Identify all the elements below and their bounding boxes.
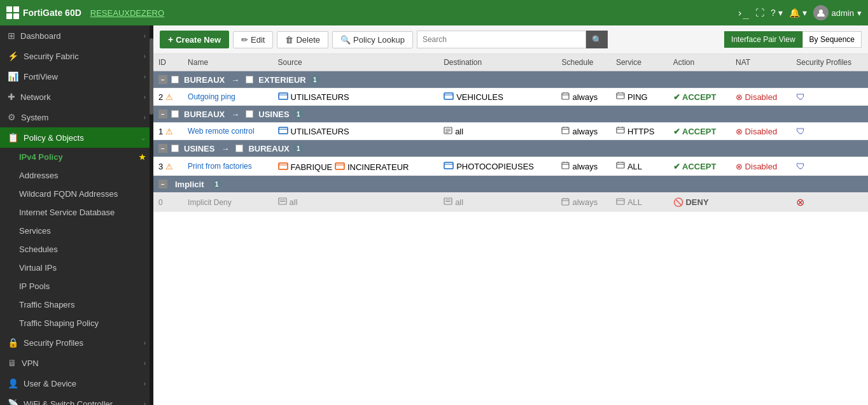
svg-rect-31	[444, 162, 453, 169]
group-row-bureaux-exterieur[interactable]: − BUREAUX → EXTERIEUR 1	[153, 71, 868, 89]
sidebar-item-label: Security Fabric	[24, 52, 79, 61]
bell-icon[interactable]: 🔔 ▾	[789, 8, 807, 18]
cell-nat-implicit	[731, 193, 791, 212]
arrow-icon: →	[221, 144, 229, 153]
search-button[interactable]: 🔍	[586, 31, 608, 48]
group-src-checkbox[interactable]	[171, 76, 179, 83]
sidebar-item-security-profiles[interactable]: 🔒 Security Profiles ›	[0, 332, 153, 353]
edit-button[interactable]: ✏ Edit	[233, 31, 273, 48]
create-new-button[interactable]: + Create New	[160, 31, 229, 48]
sidebar-item-label: System	[21, 113, 48, 122]
search-input[interactable]	[417, 31, 586, 48]
cell-id-implicit: 0	[153, 193, 183, 212]
cell-security-profiles-implicit: ⊗	[791, 193, 868, 212]
interface-pair-view-button[interactable]: Interface Pair View	[724, 31, 802, 48]
dashboard-icon: ⊞	[8, 31, 15, 41]
source-label: UTILISATEURS	[291, 127, 349, 136]
sidebar-item-fortiview[interactable]: 📊 FortiView ›	[0, 66, 153, 87]
sidebar-subitem-ipv4-policy[interactable]: IPv4 Policy ★	[0, 148, 153, 166]
sidebar-subitem-ip-pools[interactable]: IP Pools	[0, 277, 153, 295]
sidebar-subitem-addresses[interactable]: Addresses	[0, 166, 153, 185]
subitem-label: Schedules	[19, 245, 58, 254]
source-label-2: INCINERATEUR	[347, 162, 409, 172]
group-dst-checkbox[interactable]	[246, 110, 253, 118]
destination-label-implicit: all	[455, 197, 463, 207]
collapse-icon[interactable]: −	[158, 110, 167, 118]
col-nat: NAT	[731, 54, 791, 71]
help-icon[interactable]: ? ▾	[771, 8, 783, 18]
sidebar-subitem-traffic-shaping-policy[interactable]: Traffic Shaping Policy	[0, 314, 153, 332]
network-icon: ✚	[8, 92, 15, 102]
cell-name[interactable]: Print from factories	[183, 157, 272, 176]
sidebar-item-policy-objects[interactable]: 📋 Policy & Objects ⌄	[0, 127, 153, 148]
group-row-usines-bureaux[interactable]: − USINES → BUREAUX 1	[153, 140, 868, 157]
cell-schedule: always	[556, 123, 610, 140]
table-header: ID Name Source Destination Schedule Serv…	[153, 54, 868, 71]
edit-icon: ✏	[241, 35, 248, 45]
policy-lookup-button[interactable]: 🔍 Policy Lookup	[332, 31, 413, 48]
cell-source-implicit: all	[273, 193, 439, 212]
hostname[interactable]: RESEAUXDEZERO	[90, 8, 164, 18]
nat-badge: ⊗ Disabled	[736, 92, 777, 102]
cell-nat: ⊗ Disabled	[731, 123, 791, 140]
fullscreen-icon[interactable]: ⛶	[755, 8, 764, 18]
cell-destination-implicit: all	[438, 193, 556, 212]
group-row-bureaux-usines[interactable]: − BUREAUX → USINES 1	[153, 106, 868, 123]
collapse-implicit-icon[interactable]: −	[158, 180, 167, 188]
sidebar-item-network[interactable]: ✚ Network ›	[0, 87, 153, 107]
sidebar-subitem-traffic-shapers[interactable]: Traffic Shapers	[0, 295, 153, 314]
service-icon	[616, 161, 625, 171]
sidebar-item-security-fabric[interactable]: ⚡ Security Fabric ›	[0, 46, 153, 66]
cell-source: UTILISATEURS	[273, 123, 439, 140]
chevron-down-icon: ⌄	[141, 134, 146, 141]
terminal-icon[interactable]: ›_	[737, 7, 749, 19]
collapse-icon[interactable]: −	[158, 144, 167, 153]
collapse-icon[interactable]: −	[158, 75, 167, 84]
cell-action: ✔ ACCEPT	[668, 123, 731, 140]
col-name: Name	[183, 54, 272, 71]
sidebar-item-system[interactable]: ⚙ System ›	[0, 107, 153, 127]
cell-name[interactable]: Web remote control	[183, 123, 272, 140]
group-src-checkbox[interactable]	[171, 145, 179, 152]
svg-rect-9	[617, 93, 624, 99]
source-label-1: FABRIQUE	[291, 162, 333, 172]
cell-service: ALL	[611, 157, 668, 176]
sidebar-subitem-virtual-ips[interactable]: Virtual IPs	[0, 259, 153, 277]
col-destination: Destination	[438, 54, 556, 71]
group-dst-checkbox[interactable]	[246, 76, 253, 83]
group-dst-checkbox[interactable]	[235, 145, 243, 152]
wifi-icon: 📡	[8, 399, 18, 405]
table-row: 2 ⚠ Outgoing ping UTILISATEURS	[153, 89, 868, 106]
avatar	[813, 5, 829, 20]
shield-icon: 🛡	[796, 161, 805, 171]
sidebar-item-dashboard[interactable]: ⊞ Dashboard ›	[0, 25, 153, 46]
sidebar-item-wifi-switch[interactable]: 📡 WiFi & Switch Controller ›	[0, 394, 153, 405]
admin-menu[interactable]: admin ▾	[813, 5, 862, 20]
sidebar-subitem-wildcard-fqdn[interactable]: Wildcard FQDN Addresses	[0, 185, 153, 203]
cell-id: 2 ⚠	[153, 89, 183, 106]
sidebar-subitem-schedules[interactable]: Schedules	[0, 240, 153, 259]
group-dst-label: BUREAUX	[248, 144, 289, 153]
cell-service-implicit: ALL	[611, 193, 668, 212]
group-dst-label: EXTERIEUR	[258, 75, 305, 85]
destination-label: VEHICULES	[456, 92, 503, 102]
sidebar-subitem-services[interactable]: Services	[0, 222, 153, 240]
subitem-label: Addresses	[19, 171, 58, 180]
sidebar-item-user-device[interactable]: 👤 User & Device ›	[0, 373, 153, 394]
cell-source: FABRIQUE INCINERATEUR	[273, 157, 439, 176]
shield-icon: 🛡	[796, 92, 805, 102]
svg-rect-1	[279, 93, 288, 99]
cell-name[interactable]: Outgoing ping	[183, 89, 272, 106]
admin-chevron-icon: ▾	[857, 8, 862, 18]
group-src-checkbox[interactable]	[171, 110, 179, 118]
nat-badge: ⊗ Disabled	[736, 127, 777, 136]
sidebar-item-vpn[interactable]: 🖥 VPN ›	[0, 353, 153, 373]
by-sequence-button[interactable]: By Sequence	[802, 31, 862, 48]
shield-icon: 🛡	[796, 126, 805, 136]
chevron-right-icon: ›	[144, 53, 146, 60]
group-row-implicit[interactable]: − Implicit 1	[153, 176, 868, 193]
sidebar-subitem-internet-service-db[interactable]: Internet Service Database	[0, 203, 153, 222]
nat-badge: ⊗ Disabled	[736, 162, 777, 171]
delete-button[interactable]: 🗑 Delete	[277, 31, 328, 48]
cell-name-implicit: Implicit Deny	[183, 193, 272, 212]
